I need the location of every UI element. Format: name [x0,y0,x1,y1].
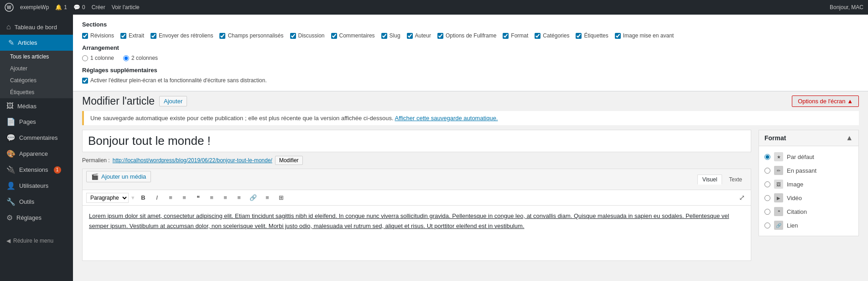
editor-tools-row: Paragraphe ▾ B I ≡ ≡ ❝ ≡ ≡ ≡ 🔗 ≡ ⊞ [83,190,751,206]
extensions-badge: 1 [54,166,61,174]
format-link-icon: 🔗 [774,221,783,230]
submenu-ajouter[interactable]: Ajouter [0,63,73,74]
toolbar-quote-button[interactable]: ❝ [192,192,204,203]
sidebar-item-commentaires[interactable]: 💬 Commentaires [0,130,73,146]
apparence-icon: 🎨 [6,149,16,158]
checkbox-image-avant[interactable]: Image mise en avant [615,32,674,39]
toolbar-italic-button[interactable]: I [151,192,163,203]
editor-toolbar-top: 🎬 Ajouter un média Visuel Texte [83,169,751,190]
dashboard-icon: ⌂ [6,23,11,31]
format-option-image[interactable]: 🖼 Image [764,177,853,191]
autosave-link[interactable]: Afficher cette sauvegarde automatique. [395,115,498,122]
paragraph-select[interactable]: Paragraphe [86,193,129,203]
toolbar-ol-button[interactable]: ≡ [178,192,190,203]
checkbox-extrait[interactable]: Extrait [120,32,144,39]
toolbar-link-button[interactable]: 🔗 [247,192,260,203]
post-title-input[interactable] [82,130,751,152]
toolbar-table-button[interactable]: ⊞ [275,192,287,203]
page-header: Modifier l'article Ajouter Options de l'… [73,91,868,107]
format-option-citation[interactable]: ❝ Citation [764,205,853,218]
editor-body[interactable]: Lorem ipsum dolor sit amet, consectetur … [83,206,751,260]
checkbox-commentaires[interactable]: Commentaires [331,32,375,39]
checkbox-champs-perso[interactable]: Champs personnalisés [219,32,283,39]
format-options: ★ Par défaut ✏ En passant 🖼 Image [759,146,858,236]
admin-bar: W exempleWp 🔔 1 💬 0 Créer Voir l'article… [0,0,868,15]
format-option-lien[interactable]: 🔗 Lien [764,218,853,232]
checkbox-etiquettes[interactable]: Étiquettes [576,32,608,39]
toolbar-more-button[interactable]: ≡ [261,192,273,203]
notif-icon: 🔔 [55,4,62,11]
sidebar-item-articles[interactable]: ✎ Articles [0,35,73,51]
comments-item[interactable]: 💬 0 [73,4,85,11]
radio-2col[interactable]: 2 colonnes [123,55,158,61]
checkbox-envoyer-retroliens[interactable]: Envoyer des rétroliens [151,32,213,39]
checkbox-revisions[interactable]: Révisions [82,32,114,39]
wp-logo-icon: W [5,3,14,12]
add-media-icon: 🎬 [91,173,99,180]
articles-submenu: Tous les articles Ajouter Catégories Éti… [0,51,73,98]
screen-options-button[interactable]: Options de l'écran ▲ [792,95,859,107]
sidebar-item-outils[interactable]: 🔧 Outils [0,194,73,210]
checkbox-fullscreen[interactable]: Activer l'éditeur plein-écran et la fonc… [82,77,859,84]
sidebar-item-tableau-de-bord[interactable]: ⌂ Tableau de bord [0,19,73,35]
sections-heading: Sections [82,21,859,28]
format-star-icon: ★ [774,152,783,161]
media-upload-row: 🎬 Ajouter un média [86,171,151,185]
toolbar-align-center-button[interactable]: ≡ [219,192,231,203]
reduce-icon: ◀ [6,238,10,244]
format-collapse-button[interactable]: ▲ [846,134,853,142]
editor-sidebar: Format ▲ ★ Par défaut ✏ En passant [759,130,859,261]
submenu-etiquettes[interactable]: Étiquettes [0,86,73,98]
format-pencil-icon: ✏ [774,166,783,175]
editor-wrap: Permalien : http://localhost/wordpress/b… [82,130,859,261]
checkbox-fullframe[interactable]: Options de Fullframe [437,32,496,39]
site-name[interactable]: exempleWp [20,4,49,11]
permalink-modifier-button[interactable]: Modifier [275,156,303,165]
format-option-en-passant[interactable]: ✏ En passant [764,164,853,177]
toolbar-bold-button[interactable]: B [137,192,149,203]
format-option-video[interactable]: ▶ Vidéo [764,191,853,205]
submenu-categories[interactable]: Catégories [0,74,73,86]
format-video-icon: ▶ [774,193,783,202]
articles-icon: ✎ [8,38,14,47]
tab-texte[interactable]: Texte [724,175,747,185]
sidebar: ⌂ Tableau de bord ✎ Articles Tous les ar… [0,15,73,281]
sidebar-item-medias[interactable]: 🖼 Médias [0,98,73,114]
toolbar-expand-button[interactable]: ⤢ [737,192,747,203]
permalink-row: Permalien : http://localhost/wordpress/b… [82,156,751,165]
format-panel: Format ▲ ★ Par défaut ✏ En passant [759,130,859,236]
create-button[interactable]: Créer [92,4,105,11]
page-title-area: Modifier l'article Ajouter [82,95,187,107]
sidebar-item-pages[interactable]: 📄 Pages [0,114,73,130]
sidebar-item-apparence[interactable]: 🎨 Apparence [0,146,73,162]
format-panel-header: Format ▲ [759,130,858,146]
add-media-button[interactable]: 🎬 Ajouter un média [86,171,151,182]
svg-text:W: W [7,5,11,10]
submenu-tous-articles[interactable]: Tous les articles [0,51,73,63]
checkbox-categories[interactable]: Catégories [535,32,569,39]
sidebar-item-utilisateurs[interactable]: 👤 Utilisateurs [0,178,73,194]
toolbar-align-right-button[interactable]: ≡ [233,192,245,203]
format-option-par-defaut[interactable]: ★ Par défaut [764,150,853,164]
editor-toolbar-wrap: 🎬 Ajouter un média Visuel Texte Paragrap… [82,169,751,261]
arrangement-section: Arrangement 1 colonne 2 colonnes [82,44,859,61]
sidebar-item-extensions[interactable]: 🔌 Extensions 1 [0,162,73,178]
outils-icon: 🔧 [6,197,16,206]
tab-visuel[interactable]: Visuel [697,175,722,185]
notifications-item[interactable]: 🔔 1 [55,4,67,11]
format-image-icon: 🖼 [774,180,783,189]
sidebar-item-reglages[interactable]: ⚙ Réglages [0,210,73,226]
checkbox-auteur[interactable]: Auteur [407,32,431,39]
checkbox-slug[interactable]: Slug [381,32,400,39]
arrangement-heading: Arrangement [82,44,859,51]
view-article-link[interactable]: Voir l'article [112,4,140,11]
reduce-menu-button[interactable]: ◀ Réduire le menu [0,235,73,247]
permalink-url[interactable]: http://localhost/wordpress/blog/2019/06/… [113,157,272,164]
checkbox-discussion[interactable]: Discussion [290,32,325,39]
toolbar-ul-button[interactable]: ≡ [165,192,177,203]
reglages-icon: ⚙ [6,213,13,222]
add-new-button[interactable]: Ajouter [159,96,187,106]
toolbar-align-left-button[interactable]: ≡ [206,192,218,203]
radio-1col[interactable]: 1 colonne [82,55,114,61]
checkbox-format[interactable]: Format [503,32,528,39]
